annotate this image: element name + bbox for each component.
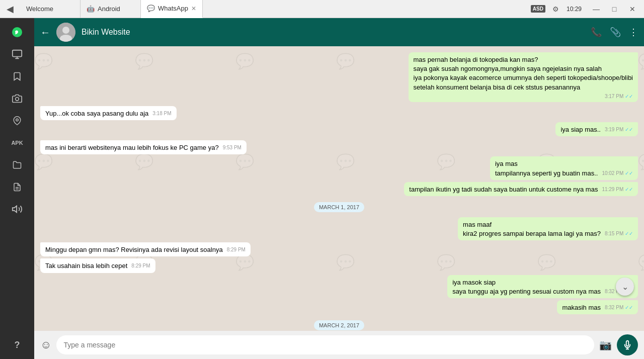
date-divider: MARCH 1, 2017 xyxy=(40,202,638,211)
message-bubble: tampilan ikutin yg tadi sudah saya buati… xyxy=(404,182,638,196)
message-time: 11:29 PM ✓✓ xyxy=(602,186,633,193)
message-input[interactable] xyxy=(56,335,594,354)
message-bubble: mas ini berarti websitenya mau lebih fok… xyxy=(40,140,247,154)
svg-point-8 xyxy=(62,27,69,34)
message-text: makasih mas xyxy=(562,304,601,311)
message-text: mas ini berarti websitenya mau lebih fok… xyxy=(45,144,219,151)
message-time: 9:53 PM xyxy=(223,144,242,151)
message-time: 8:32 PM ✓✓ xyxy=(605,304,633,311)
message-text: Yup...ok coba saya pasang dulu aja xyxy=(45,110,148,117)
tab-close-button[interactable]: ✕ xyxy=(191,5,196,12)
message-bubble: iya siap mas.. 3:19 PM ✓✓ xyxy=(555,122,638,136)
message-bubble: Minggu depan gmn mas? Revisinya ada revi… xyxy=(40,242,251,256)
video-call-icon[interactable]: 📎 xyxy=(610,27,621,38)
sidebar-bookmark-icon[interactable] xyxy=(7,66,27,86)
message-time: 3:19 PM ✓✓ xyxy=(605,126,633,133)
svg-marker-6 xyxy=(13,206,17,213)
emoji-button[interactable]: ☺ xyxy=(40,338,51,351)
chat-header-actions: 📞 📎 ⋮ xyxy=(591,27,638,38)
svg-rect-1 xyxy=(13,50,22,57)
tab-whatsapp[interactable]: 💬 WhatsApp ✕ xyxy=(141,0,203,18)
message-row: iya masok siapsaya tunggu aja yg penting… xyxy=(40,275,638,298)
message-row: Yup...ok coba saya pasang dulu aja 3:18 … xyxy=(40,106,638,120)
message-time: 8:29 PM xyxy=(131,262,150,270)
call-icon[interactable]: 📞 xyxy=(591,27,602,38)
mic-button[interactable] xyxy=(617,334,638,355)
sidebar-apk-icon[interactable]: APK xyxy=(7,133,27,153)
date-label: MARCH 1, 2017 xyxy=(314,202,364,212)
keyboard-indicator: ASD xyxy=(531,5,545,13)
contact-name: Bikin Website xyxy=(82,28,585,37)
message-text: Minggu depan gmn mas? Revisinya ada revi… xyxy=(45,246,223,253)
tab-android[interactable]: 🤖 Android xyxy=(80,0,141,18)
tab-welcome-label: Welcome xyxy=(26,5,53,13)
browser-back-button[interactable]: ◀ xyxy=(0,0,20,18)
message-bubble: mas pernah belanja di tokopedia kan mas?… xyxy=(409,52,638,102)
chat-header: ← Bikin Website 📞 📎 ⋮ xyxy=(34,18,644,46)
message-row: iya mastampilannya seperti yg buatin mas… xyxy=(40,156,638,180)
tab-whatsapp-label: WhatsApp xyxy=(158,5,188,12)
sidebar: APK ? xyxy=(0,18,34,359)
message-row: mas ini berarti websitenya mau lebih fok… xyxy=(40,140,638,154)
message-bubble: makasih mas 8:32 PM ✓✓ xyxy=(557,300,638,314)
message-time: 10:02 PM ✓✓ xyxy=(602,170,633,177)
sidebar-volume-icon[interactable] xyxy=(7,199,27,219)
minimize-button[interactable]: — xyxy=(589,3,604,15)
sidebar-help-icon[interactable]: ? xyxy=(7,335,27,355)
title-bar-controls: ASD ⚙ 10:29 — □ ✕ xyxy=(531,3,644,15)
sidebar-whatsapp-icon[interactable] xyxy=(7,22,27,42)
title-bar: ◀ Welcome 🤖 Android 💬 WhatsApp ✕ ASD ⚙ 1… xyxy=(0,0,644,18)
whatsapp-container: ← Bikin Website 📞 📎 ⋮ mas pernah belanja… xyxy=(34,18,644,359)
sidebar-location-icon[interactable] xyxy=(7,111,27,131)
sidebar-layers-icon[interactable] xyxy=(7,44,27,64)
close-button[interactable]: ✕ xyxy=(625,3,640,15)
message-bubble: Tak usahain bisa lebih cepet 8:29 PM xyxy=(40,258,155,273)
sidebar-document-icon[interactable] xyxy=(7,177,27,197)
message-bubble: iya masok siapsaya tunggu aja yg penting… xyxy=(447,275,638,298)
message-bubble: iya mastampilannya seperti yg buatin mas… xyxy=(490,156,638,180)
message-text: iya masok siapsaya tunggu aja yg penting… xyxy=(452,279,601,295)
date-divider: MARCH 2, 2017 xyxy=(40,320,638,329)
sidebar-camera-icon[interactable] xyxy=(7,88,27,109)
contact-avatar xyxy=(56,23,75,42)
chat-back-button[interactable]: ← xyxy=(40,27,50,38)
message-bubble: mas maafkira2 progres sampai berapa lama… xyxy=(458,217,638,240)
message-time: 8:15 PM ✓✓ xyxy=(605,230,633,237)
svg-point-2 xyxy=(16,98,19,101)
message-text: mas pernah belanja di tokopedia kan mas?… xyxy=(414,55,633,92)
camera-button[interactable]: 📷 xyxy=(599,339,612,351)
message-text: mas maafkira2 progres sampai berapa lama… xyxy=(463,221,601,237)
message-row: makasih mas 8:32 PM ✓✓ xyxy=(40,300,638,314)
android-tab-icon: 🤖 xyxy=(87,5,95,13)
message-row: Tak usahain bisa lebih cepet 8:29 PM xyxy=(40,258,638,273)
svg-point-3 xyxy=(16,119,19,121)
message-time: 3:18 PM xyxy=(152,110,171,117)
maximize-button[interactable]: □ xyxy=(607,3,622,15)
message-bubble: Yup...ok coba saya pasang dulu aja 3:18 … xyxy=(40,106,177,120)
message-row: Minggu depan gmn mas? Revisinya ada revi… xyxy=(40,242,638,256)
tab-android-label: Android xyxy=(98,5,120,13)
scroll-down-button[interactable]: ⌄ xyxy=(616,278,634,296)
clock-display: 10:29 xyxy=(567,6,582,13)
message-text: iya siap mas.. xyxy=(560,126,600,133)
message-row: mas maafkira2 progres sampai berapa lama… xyxy=(40,217,638,240)
message-text: Tak usahain bisa lebih cepet xyxy=(45,262,127,270)
settings-button[interactable]: ⚙ xyxy=(548,3,564,15)
whatsapp-tab-icon: 💬 xyxy=(147,5,155,12)
message-time: 8:29 PM xyxy=(227,246,246,253)
chat-body[interactable]: mas pernah belanja di tokopedia kan mas?… xyxy=(34,46,644,331)
message-text: iya mastampilannya seperti yg buatin mas… xyxy=(495,160,598,176)
chat-input-area: ☺ 📷 xyxy=(34,331,644,359)
date-label: MARCH 2, 2017 xyxy=(314,320,364,330)
message-time: 3:17 PM ✓✓ xyxy=(605,93,633,100)
more-options-icon[interactable]: ⋮ xyxy=(629,27,638,38)
tab-welcome[interactable]: Welcome xyxy=(20,0,80,18)
message-row: tampilan ikutin yg tadi sudah saya buati… xyxy=(40,182,638,196)
message-text: tampilan ikutin yg tadi sudah saya buati… xyxy=(409,186,598,193)
message-row: iya siap mas.. 3:19 PM ✓✓ xyxy=(40,122,638,136)
message-row: mas pernah belanja di tokopedia kan mas?… xyxy=(40,52,638,102)
sidebar-folder-icon[interactable] xyxy=(7,155,27,175)
